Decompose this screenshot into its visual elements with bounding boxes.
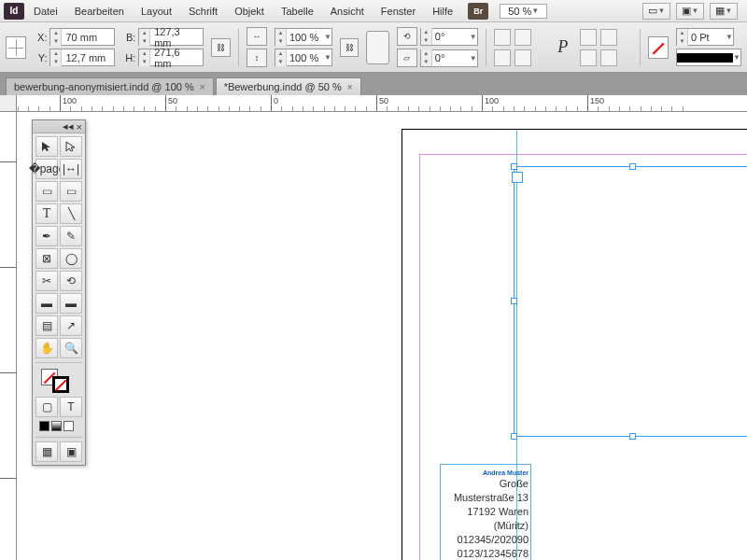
fill-swatch[interactable] <box>648 36 669 59</box>
gradient-swatch-tool[interactable]: ▬ <box>35 293 58 314</box>
select-next-icon[interactable] <box>600 49 617 66</box>
menu-fenster[interactable]: Fenster <box>374 3 423 20</box>
rotate-cw-icon[interactable] <box>494 29 511 46</box>
x-input[interactable]: ▲▼70 mm <box>49 28 115 46</box>
fill-stroke-swatch[interactable] <box>35 367 82 395</box>
normal-view-icon[interactable]: ▦ <box>35 441 58 462</box>
menu-layout[interactable]: Layout <box>134 3 179 20</box>
control-bar: X:▲▼70 mm Y:▲▼12,7 mm B:▲▼127,3 mm H:▲▼2… <box>0 22 747 73</box>
scale-x-input[interactable]: ▲▼100 %▼ <box>275 28 332 46</box>
page-tool[interactable]: �page <box>35 159 58 179</box>
pencil-tool[interactable]: ✎ <box>60 226 82 246</box>
resize-handle[interactable] <box>511 298 517 304</box>
content-placer-tool[interactable]: ▭ <box>60 181 82 202</box>
container-icon[interactable] <box>366 31 388 64</box>
stroke-style-input[interactable]: ▼ <box>676 49 741 66</box>
app-logo-indesign: Id <box>4 3 24 20</box>
pen-tool[interactable]: ✒ <box>35 226 58 246</box>
menu-bearbeiten[interactable]: Bearbeiten <box>67 3 132 20</box>
menu-schrift[interactable]: Schrift <box>181 3 225 20</box>
apply-gradient-icon[interactable] <box>51 421 62 431</box>
y-input[interactable]: ▲▼12,7 mm <box>49 49 115 66</box>
free-transform-tool[interactable]: ⟲ <box>60 271 82 291</box>
hand-tool[interactable]: ✋ <box>35 338 58 358</box>
zoom-level[interactable]: 50 %▼ <box>500 4 547 19</box>
gradient-feather-tool[interactable]: ▬ <box>60 293 82 314</box>
menu-objekt[interactable]: Objekt <box>227 3 272 20</box>
constrain-scale-icon[interactable]: ⛓ <box>340 38 359 57</box>
note-tool[interactable]: ▤ <box>35 315 58 336</box>
type-tool[interactable]: T <box>35 203 58 224</box>
menu-datei[interactable]: Datei <box>26 3 65 20</box>
selection-tool[interactable] <box>35 136 58 157</box>
arrange-icon[interactable]: ▦▼ <box>710 3 738 20</box>
bridge-icon[interactable]: Br <box>468 3 488 20</box>
rectangle-frame-tool[interactable]: ⊠ <box>35 248 58 269</box>
view-mode-icon[interactable]: ▭▼ <box>642 3 670 20</box>
select-container-icon[interactable] <box>580 29 597 46</box>
tools-panel[interactable]: ◂◂× �page |↔| ▭ ▭ T ╲ ✒ ✎ ⊠ ◯ ✂ ⟲ ▬ ▬ ▤ … <box>32 119 86 466</box>
gap-tool[interactable]: |↔| <box>60 159 82 179</box>
eyedropper-tool[interactable]: ↗ <box>60 315 82 336</box>
document-tab-bar: bewerbung-anonymisiert.indd @ 100 %× *Be… <box>0 73 747 95</box>
rotate-icon: ⟲ <box>397 27 417 46</box>
separator <box>486 29 486 66</box>
apply-none-icon[interactable] <box>63 421 74 431</box>
document-page[interactable]: Andrea Muster Große Musterstraße 13 1719… <box>402 129 747 560</box>
height-input[interactable]: ▲▼271,6 mm <box>138 49 204 66</box>
formatting-text-icon[interactable]: T <box>60 397 82 417</box>
document-tab[interactable]: bewerbung-anonymisiert.indd @ 100 %× <box>6 77 214 95</box>
constrain-icon[interactable]: ⛓ <box>211 38 231 57</box>
ruler-horizontal[interactable]: 20015010050050100150 <box>17 95 747 112</box>
content-collector-tool[interactable]: ▭ <box>35 181 58 202</box>
separator <box>640 29 641 66</box>
resize-handle[interactable] <box>511 433 517 440</box>
shear-input[interactable]: ▲▼0°▼ <box>420 49 478 67</box>
close-icon[interactable]: × <box>200 82 205 92</box>
menu-hilfe[interactable]: Hilfe <box>425 3 460 20</box>
resize-handle[interactable] <box>511 163 517 170</box>
formatting-container-icon[interactable]: ▢ <box>35 397 58 417</box>
flip-h-icon[interactable] <box>494 49 511 66</box>
stroke-color[interactable] <box>52 376 69 393</box>
width-input[interactable]: ▲▼127,3 mm <box>138 28 204 46</box>
rectangle-tool[interactable]: ◯ <box>60 248 82 269</box>
resize-handle[interactable] <box>629 163 636 170</box>
selected-frame[interactable] <box>514 166 747 437</box>
flip-v-icon[interactable] <box>514 49 531 66</box>
ruler-origin[interactable] <box>0 95 17 112</box>
paragraph-icon[interactable]: P <box>553 37 571 58</box>
y-label: Y: <box>34 52 47 63</box>
select-content-icon[interactable] <box>600 29 617 46</box>
close-icon[interactable]: × <box>77 121 82 133</box>
close-icon[interactable]: × <box>347 82 353 92</box>
scissors-tool[interactable]: ✂ <box>35 271 58 291</box>
canvas-area[interactable]: Andrea Muster Große Musterstraße 13 1719… <box>17 112 747 560</box>
panel-header[interactable]: ◂◂× <box>33 120 85 133</box>
chevron-down-icon: ▼ <box>531 7 539 15</box>
document-tab-active[interactable]: *Bewerbung.indd @ 50 %× <box>216 77 361 95</box>
menu-tabelle[interactable]: Tabelle <box>274 3 321 20</box>
shear-icon: ▱ <box>397 49 417 67</box>
collapse-icon[interactable]: ◂◂ <box>63 120 74 133</box>
select-prev-icon[interactable] <box>580 49 597 66</box>
rotate-ccw-icon[interactable] <box>514 29 531 46</box>
preview-view-icon[interactable]: ▣ <box>60 441 82 462</box>
resize-handle[interactable] <box>629 433 636 440</box>
rotation-input[interactable]: ▲▼0°▼ <box>420 28 478 46</box>
screen-mode-icon[interactable]: ▣▼ <box>676 3 704 20</box>
scale-y-input[interactable]: ▲▼100 %▼ <box>275 49 332 66</box>
stroke-weight-input[interactable]: ▲▼0 Pt▼ <box>676 28 734 46</box>
separator <box>35 362 82 363</box>
menu-ansicht[interactable]: Ansicht <box>323 3 372 20</box>
ruler-vertical[interactable] <box>0 112 17 560</box>
contact-line: 0123/12345678 <box>443 547 529 560</box>
line-tool[interactable]: ╲ <box>60 203 82 224</box>
anchor-handle[interactable] <box>512 172 523 183</box>
reference-point-icon[interactable] <box>6 36 26 59</box>
address-text-frame[interactable]: Andrea Muster Große Musterstraße 13 1719… <box>440 464 531 560</box>
x-label: X: <box>34 32 47 43</box>
direct-selection-tool[interactable] <box>60 136 82 157</box>
zoom-tool[interactable]: 🔍 <box>60 338 82 358</box>
apply-color-icon[interactable] <box>39 421 49 431</box>
